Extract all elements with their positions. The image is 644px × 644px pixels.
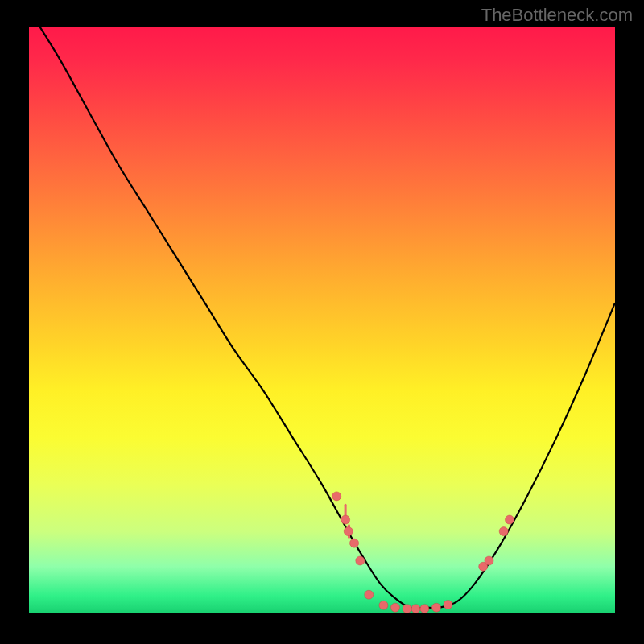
marker-dot: [499, 527, 508, 536]
marker-dot: [411, 605, 420, 613]
marker-dot: [420, 605, 429, 613]
marker-dot: [350, 539, 359, 547]
marker-dot: [341, 515, 350, 524]
marker-dot: [332, 492, 341, 501]
watermark-text: TheBottleneck.com: [481, 5, 633, 26]
marker-dot: [365, 590, 374, 599]
marker-dot: [402, 605, 411, 613]
curve-svg: [29, 27, 615, 613]
marker-dot: [505, 515, 514, 524]
marker-dot: [431, 603, 440, 612]
marker-dot: [344, 527, 353, 536]
marker-dot: [391, 603, 400, 612]
marker-dot: [379, 601, 388, 609]
bottleneck-curve: [29, 27, 615, 609]
marker-dot: [356, 556, 365, 565]
plot-area: [29, 27, 615, 613]
marker-dot: [444, 601, 452, 609]
marker-dot: [485, 556, 493, 565]
